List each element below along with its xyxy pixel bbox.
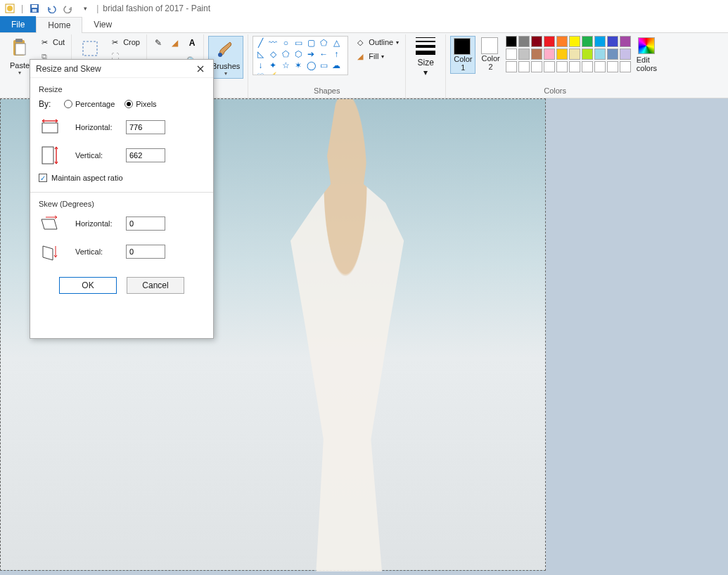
tab-view[interactable]: View — [82, 16, 123, 32]
edit-colors-button[interactable]: Edit colors — [634, 36, 660, 74]
outline-button[interactable]: ◇ Outline ▾ — [352, 36, 401, 49]
tab-file[interactable]: File — [0, 16, 36, 32]
svg-rect-6 — [15, 39, 23, 42]
svg-rect-4 — [32, 9, 37, 12]
color-swatch[interactable] — [582, 36, 593, 47]
color-swatch[interactable] — [607, 36, 618, 47]
paste-label: Paste — [10, 61, 30, 70]
shape-star5-icon[interactable]: ☆ — [280, 60, 291, 70]
color-swatch[interactable] — [569, 61, 580, 72]
shape-rect-icon[interactable]: ▭ — [293, 38, 304, 48]
color-swatch[interactable] — [582, 61, 593, 72]
color-swatch[interactable] — [531, 49, 542, 60]
outline-label: Outline — [369, 38, 393, 46]
shape-uarrow-icon[interactable]: ↑ — [331, 49, 342, 59]
shape-roundrect-icon[interactable]: ▢ — [305, 38, 317, 48]
shape-line-icon[interactable]: ╱ — [255, 38, 266, 48]
shape-diamond-icon[interactable]: ◇ — [267, 49, 279, 59]
text-icon[interactable]: A — [185, 36, 199, 50]
color-swatch[interactable] — [531, 61, 542, 72]
undo-icon[interactable] — [44, 1, 58, 15]
shape-callout-rect-icon[interactable]: ▭ — [318, 60, 329, 70]
save-icon[interactable] — [27, 1, 41, 15]
qat-separator-2: | — [96, 4, 98, 13]
color-swatch[interactable] — [544, 61, 555, 72]
shape-rtriangle-icon[interactable]: ◺ — [255, 49, 266, 59]
customize-qat-icon[interactable]: ▾ — [78, 1, 92, 15]
image-content-bride — [254, 99, 437, 571]
color-swatch[interactable] — [518, 61, 530, 72]
resize-vertical-input[interactable] — [126, 148, 165, 162]
color-swatch[interactable] — [569, 49, 580, 60]
title-bar: | ▾ | bridal fashion of 2017 - Paint — [0, 0, 728, 16]
dialog-titlebar[interactable]: Resize and Skew — [30, 60, 213, 78]
color-swatch[interactable] — [607, 49, 618, 60]
shape-oval-icon[interactable]: ○ — [280, 38, 291, 48]
shape-rarrow-icon[interactable]: ➔ — [305, 49, 317, 59]
resize-horizontal-input[interactable] — [126, 120, 165, 134]
color-swatch[interactable] — [506, 61, 517, 72]
color-swatch[interactable] — [518, 36, 530, 47]
color-swatch[interactable] — [620, 49, 631, 60]
ok-button[interactable]: OK — [59, 277, 117, 294]
maintain-aspect-label: Maintain aspect ratio — [51, 174, 123, 182]
color2-button[interactable]: Color 2 — [478, 36, 502, 72]
qat-separator: | — [21, 4, 23, 13]
color-swatch[interactable] — [556, 36, 568, 47]
skew-horizontal-input[interactable] — [126, 217, 165, 231]
shape-star4-icon[interactable]: ✦ — [267, 60, 279, 70]
color-swatch[interactable] — [506, 36, 517, 47]
skew-vertical-input[interactable] — [126, 245, 165, 259]
color1-label: Color 1 — [454, 55, 472, 72]
color-swatch[interactable] — [594, 49, 606, 60]
color-swatch[interactable] — [556, 49, 568, 60]
color-swatch[interactable] — [556, 61, 568, 72]
color-swatch[interactable] — [594, 36, 606, 47]
shape-darrow-icon[interactable]: ↓ — [255, 60, 266, 70]
close-icon[interactable] — [192, 62, 209, 76]
radio-pixels-label: Pixels — [136, 100, 156, 108]
radio-percentage[interactable]: Percentage — [64, 100, 115, 108]
shape-larrow-icon[interactable]: ← — [318, 49, 329, 59]
shape-heart-icon[interactable]: ♡ — [255, 72, 266, 75]
shape-star6-icon[interactable]: ✶ — [293, 60, 304, 70]
edit-colors-label: Edit colors — [637, 56, 657, 72]
crop-button[interactable]: ✂ Crop — [107, 36, 142, 49]
shape-pentagon-icon[interactable]: ⬠ — [280, 49, 291, 59]
shape-callout-round-icon[interactable]: ◯ — [305, 60, 317, 70]
size-button[interactable]: Size ▾ — [410, 36, 441, 79]
color-swatch[interactable] — [506, 49, 517, 60]
color-swatch[interactable] — [544, 36, 555, 47]
color-swatch[interactable] — [620, 36, 631, 47]
chevron-down-icon: ▾ — [381, 53, 384, 60]
cut-button[interactable]: ✂ Cut — [37, 36, 67, 49]
color-swatch[interactable] — [544, 49, 555, 60]
radio-pixels[interactable]: Pixels — [124, 100, 156, 108]
color-swatch[interactable] — [518, 49, 530, 60]
bucket-icon[interactable]: ◢ — [168, 36, 182, 50]
tab-home[interactable]: Home — [36, 17, 82, 33]
cancel-button[interactable]: Cancel — [127, 277, 184, 294]
shapes-gallery[interactable]: ╱ 〰 ○ ▭ ▢ ⬠ △ ◺ ◇ ⬠ ⬡ ➔ ← ↑ ↓ ✦ ☆ ✶ ◯ ▭ — [253, 36, 348, 75]
color-swatch[interactable] — [594, 61, 606, 72]
shape-polygon-icon[interactable]: ⬠ — [318, 38, 329, 48]
chevron-down-icon: ▾ — [18, 70, 21, 76]
size-label: Size — [418, 58, 434, 67]
color-swatch[interactable] — [607, 61, 618, 72]
color-swatch[interactable] — [569, 36, 580, 47]
color-swatch[interactable] — [582, 49, 593, 60]
redo-icon[interactable] — [61, 1, 75, 15]
color-swatch[interactable] — [531, 36, 542, 47]
shape-lightning-icon[interactable]: ⚡ — [267, 72, 279, 75]
group-shapes-label: Shapes — [314, 85, 340, 96]
maintain-aspect-checkbox[interactable]: ✓ Maintain aspect ratio — [39, 174, 205, 182]
fill-button[interactable]: ◢ Fill ▾ — [352, 50, 401, 63]
shape-triangle-icon[interactable]: △ — [331, 38, 342, 48]
color1-button[interactable]: Color 1 — [450, 36, 475, 74]
pencil-icon[interactable]: ✎ — [151, 36, 165, 50]
svg-point-1 — [7, 6, 13, 11]
shape-hexagon-icon[interactable]: ⬡ — [293, 49, 304, 59]
shape-cloud-icon[interactable]: ☁ — [331, 60, 342, 70]
shape-curve-icon[interactable]: 〰 — [267, 38, 279, 48]
color-swatch[interactable] — [620, 61, 631, 72]
